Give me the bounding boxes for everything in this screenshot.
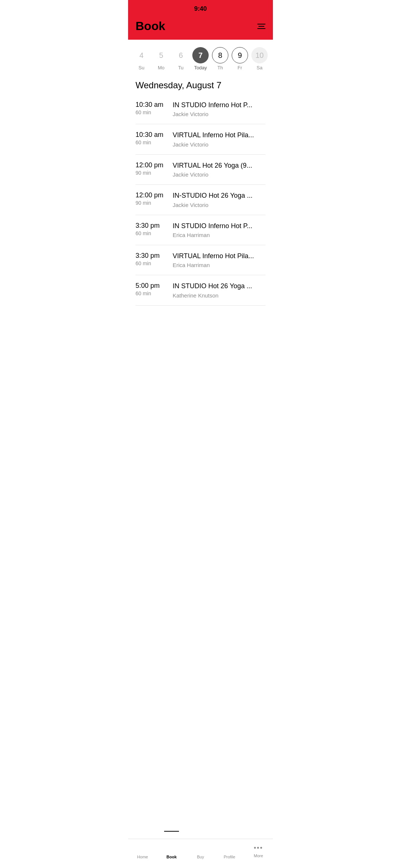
class-name: VIRTUAL Inferno Hot Pila... <box>173 131 265 139</box>
day-number: 9 <box>232 47 248 63</box>
class-info: IN STUDIO Hot 26 Yoga ... Katherine Knut… <box>173 282 265 298</box>
status-time: 9:40 <box>194 5 207 13</box>
class-name: VIRTUAL Inferno Hot Pila... <box>173 252 265 260</box>
class-info: VIRTUAL Inferno Hot Pila... Jackie Victo… <box>173 131 265 147</box>
class-time-main: 5:00 pm <box>136 282 160 290</box>
day-number: 4 <box>133 47 150 63</box>
calendar-day-9[interactable]: 9 Fr <box>231 47 249 70</box>
class-name: VIRTUAL Hot 26 Yoga (9... <box>173 161 265 170</box>
classes-list: 10:30 am 60 min IN STUDIO Inferno Hot P.… <box>128 94 273 343</box>
calendar-day-10[interactable]: 10 Sa <box>251 47 268 70</box>
day-number: 7 <box>192 47 209 63</box>
day-label: Mo <box>158 65 164 70</box>
day-label: Tu <box>178 65 184 70</box>
class-duration: 60 min <box>136 290 151 296</box>
class-item[interactable]: 12:00 pm 90 min IN-STUDIO Hot 26 Yoga ..… <box>136 185 265 215</box>
calendar-day-6[interactable]: 6 Tu <box>172 47 190 70</box>
class-instructor: Erica Harriman <box>173 262 265 268</box>
status-bar: 9:40 <box>128 0 273 16</box>
class-time-main: 3:30 pm <box>136 222 160 230</box>
day-number: 10 <box>251 47 268 63</box>
app-header: Book <box>128 16 273 40</box>
class-info: IN STUDIO Inferno Hot P... Erica Harrima… <box>173 222 265 238</box>
class-time-main: 10:30 am <box>136 101 163 109</box>
class-instructor: Katherine Knutson <box>173 292 265 299</box>
calendar-day-5[interactable]: 5 Mo <box>152 47 170 70</box>
class-info: IN-STUDIO Hot 26 Yoga ... Jackie Victori… <box>173 191 265 208</box>
calendar-strip: 4 Su 5 Mo 6 Tu 7 Today 8 Th 9 Fr 10 Sa <box>128 40 273 74</box>
class-time-block: 10:30 am 60 min <box>136 131 173 145</box>
day-number: 8 <box>212 47 228 63</box>
day-label: Su <box>138 65 144 70</box>
class-info: VIRTUAL Hot 26 Yoga (9... Jackie Victori… <box>173 161 265 178</box>
class-time-block: 10:30 am 60 min <box>136 101 173 115</box>
class-duration: 60 min <box>136 230 151 236</box>
class-item[interactable]: 10:30 am 60 min IN STUDIO Inferno Hot P.… <box>136 94 265 124</box>
calendar-day-8[interactable]: 8 Th <box>211 47 229 70</box>
page-title: Book <box>136 19 165 33</box>
class-time-block: 3:30 pm 60 min <box>136 252 173 266</box>
filter-button[interactable] <box>257 24 265 29</box>
class-name: IN-STUDIO Hot 26 Yoga ... <box>173 191 265 200</box>
class-duration: 60 min <box>136 109 151 115</box>
class-name: IN STUDIO Inferno Hot P... <box>173 222 265 230</box>
date-heading: Wednesday, August 7 <box>128 74 273 94</box>
class-instructor: Erica Harriman <box>173 232 265 238</box>
day-number: 6 <box>173 47 189 63</box>
class-name: IN STUDIO Hot 26 Yoga ... <box>173 282 265 290</box>
class-instructor: Jackie Victorio <box>173 171 265 178</box>
class-duration: 90 min <box>136 200 151 206</box>
class-time-main: 12:00 pm <box>136 161 163 169</box>
class-instructor: Jackie Victorio <box>173 202 265 208</box>
class-info: VIRTUAL Inferno Hot Pila... Erica Harrim… <box>173 252 265 268</box>
class-info: IN STUDIO Inferno Hot P... Jackie Victor… <box>173 101 265 117</box>
classes-container: 10:30 am 60 min IN STUDIO Inferno Hot P.… <box>128 94 273 306</box>
class-item[interactable]: 3:30 pm 60 min IN STUDIO Inferno Hot P..… <box>136 215 265 245</box>
class-time-block: 5:00 pm 60 min <box>136 282 173 296</box>
calendar-day-4[interactable]: 4 Su <box>133 47 150 70</box>
class-time-main: 3:30 pm <box>136 252 160 260</box>
class-name: IN STUDIO Inferno Hot P... <box>173 101 265 109</box>
day-label: Sa <box>257 65 263 70</box>
calendar-day-7[interactable]: 7 Today <box>192 47 209 70</box>
class-item[interactable]: 10:30 am 60 min VIRTUAL Inferno Hot Pila… <box>136 124 265 154</box>
class-duration: 60 min <box>136 139 151 145</box>
class-instructor: Jackie Victorio <box>173 141 265 148</box>
day-label: Th <box>217 65 223 70</box>
class-time-main: 12:00 pm <box>136 191 163 199</box>
class-time-main: 10:30 am <box>136 131 163 139</box>
class-time-block: 12:00 pm 90 min <box>136 191 173 206</box>
class-time-block: 12:00 pm 90 min <box>136 161 173 176</box>
class-item[interactable]: 12:00 pm 90 min VIRTUAL Hot 26 Yoga (9..… <box>136 155 265 185</box>
class-time-block: 3:30 pm 60 min <box>136 222 173 236</box>
class-instructor: Jackie Victorio <box>173 111 265 117</box>
class-item[interactable]: 3:30 pm 60 min VIRTUAL Inferno Hot Pila.… <box>136 245 265 275</box>
day-label: Today <box>194 65 207 70</box>
class-duration: 60 min <box>136 260 151 266</box>
class-duration: 90 min <box>136 170 151 176</box>
day-label: Fr <box>238 65 242 70</box>
day-number: 5 <box>153 47 169 63</box>
class-item[interactable]: 5:00 pm 60 min IN STUDIO Hot 26 Yoga ...… <box>136 275 265 305</box>
